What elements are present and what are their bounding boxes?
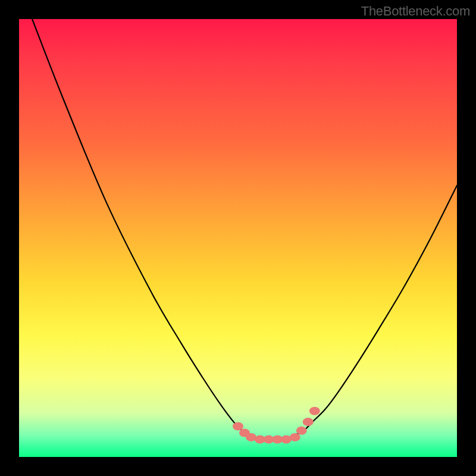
- chart-frame: TheBottleneck.com: [0, 0, 476, 476]
- valley-marker-10: [309, 407, 320, 415]
- plot-area: [19, 19, 457, 457]
- valley-marker-8: [296, 427, 307, 435]
- curve-right-curve: [290, 186, 457, 440]
- curve-group: [32, 19, 457, 440]
- marker-group: [233, 407, 320, 444]
- valley-marker-7: [290, 433, 300, 441]
- valley-marker-9: [303, 418, 314, 426]
- curve-left-curve: [32, 19, 260, 440]
- curve-svg: [19, 19, 457, 457]
- watermark-text: TheBottleneck.com: [361, 4, 470, 19]
- valley-marker-0: [233, 422, 243, 430]
